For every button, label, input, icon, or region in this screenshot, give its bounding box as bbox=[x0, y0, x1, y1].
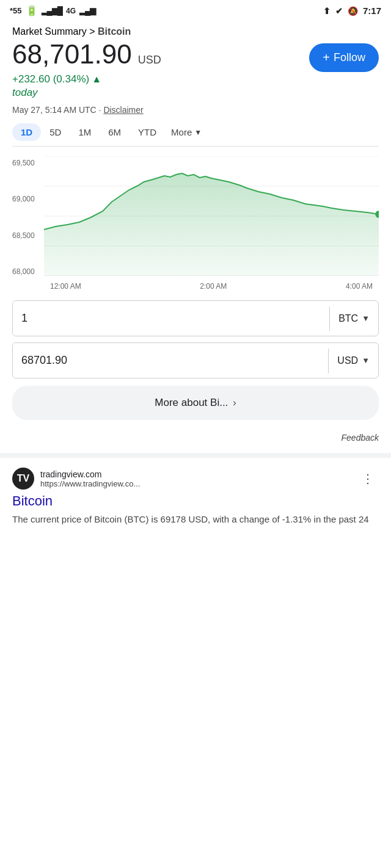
chart-x-labels: 12:00 AM 2:00 AM 4:00 AM bbox=[44, 282, 379, 291]
status-time: 7:17 bbox=[363, 5, 381, 16]
chart-y-label-4: 68,000 bbox=[12, 267, 35, 276]
result-snippet: The current price of Bitcoin (BTC) is 69… bbox=[12, 513, 379, 527]
plus-icon: + bbox=[323, 51, 330, 65]
btc-dropdown-icon: ▼ bbox=[362, 314, 370, 323]
converter-usd-selector[interactable]: USD ▼ bbox=[329, 344, 378, 377]
up-arrow-icon: ▲ bbox=[92, 74, 101, 85]
feedback-row: Feedback bbox=[12, 427, 379, 453]
chart-container: 69,500 69,000 68,500 68,000 bbox=[12, 156, 379, 291]
breadcrumb-parent[interactable]: Market Summary bbox=[12, 26, 87, 37]
chart-x-label-3: 4:00 AM bbox=[346, 282, 373, 291]
chart-x-label-2: 2:00 AM bbox=[200, 282, 227, 291]
status-right: ⬆ ✔ 🔕 7:17 bbox=[323, 5, 381, 16]
breadcrumb: Market Summary > Bitcoin bbox=[12, 26, 379, 37]
converter-row-usd: USD ▼ bbox=[12, 342, 379, 378]
chart-svg-area bbox=[44, 156, 379, 276]
result-source: TV tradingview.com https://www.tradingvi… bbox=[12, 468, 140, 490]
tab-5d[interactable]: 5D bbox=[41, 123, 70, 141]
usd-currency-label: USD bbox=[337, 355, 358, 366]
breadcrumb-current: Bitcoin bbox=[98, 26, 131, 37]
status-bar: *55 🔋 ▂▄▆█ 4G ▂▄▆ ⬆ ✔ 🔕 7:17 bbox=[0, 0, 391, 20]
price-main-row: 68,701.90 USD bbox=[12, 40, 161, 69]
timestamp-text: May 27, 5:14 AM UTC · bbox=[12, 105, 103, 115]
result-header: TV tradingview.com https://www.tradingvi… bbox=[12, 468, 379, 490]
more-label: More bbox=[171, 127, 192, 137]
breadcrumb-separator: > bbox=[89, 26, 98, 37]
source-domain[interactable]: tradingview.com bbox=[40, 469, 140, 479]
upload-icon: ⬆ bbox=[323, 6, 331, 16]
signal-bars-2: ▂▄▆ bbox=[79, 6, 95, 15]
converter-btc-input[interactable] bbox=[13, 301, 329, 336]
converter-btc-selector[interactable]: BTC ▼ bbox=[330, 302, 378, 335]
timestamp: May 27, 5:14 AM UTC · Disclaimer bbox=[12, 105, 379, 115]
time-tabs: 1D 5D 1M 6M YTD More ▼ bbox=[12, 123, 379, 146]
network-type: 4G bbox=[66, 7, 76, 15]
battery-icon: 🔋 bbox=[26, 5, 38, 16]
search-result: TV tradingview.com https://www.tradingvi… bbox=[0, 458, 391, 527]
chart-y-label-3: 68,500 bbox=[12, 231, 35, 240]
result-menu-button[interactable]: ⋮ bbox=[357, 469, 379, 488]
tab-1m[interactable]: 1M bbox=[70, 123, 100, 141]
tab-ytd[interactable]: YTD bbox=[130, 123, 165, 141]
chart-y-label-2: 69,000 bbox=[12, 195, 35, 203]
follow-button[interactable]: + Follow bbox=[309, 43, 379, 72]
converter-row-btc: BTC ▼ bbox=[12, 300, 379, 336]
check-icon: ✔ bbox=[335, 6, 343, 16]
chart-y-label-1: 69,500 bbox=[12, 159, 35, 167]
chart-x-label-1: 12:00 AM bbox=[50, 282, 81, 291]
change-value: +232.60 (0.34%) bbox=[12, 73, 89, 85]
chevron-right-icon: › bbox=[233, 397, 236, 408]
source-info: tradingview.com https://www.tradingview.… bbox=[40, 469, 140, 488]
bell-off-icon: 🔕 bbox=[348, 6, 358, 16]
signal-text: *55 bbox=[10, 6, 22, 15]
more-about-label: More about Bi... bbox=[155, 397, 228, 409]
tab-1d[interactable]: 1D bbox=[12, 123, 41, 141]
chart-y-labels: 69,500 69,000 68,500 68,000 bbox=[12, 156, 35, 291]
feedback-link[interactable]: Feedback bbox=[342, 433, 379, 443]
source-favicon: TV bbox=[12, 468, 34, 490]
price-change: +232.60 (0.34%) ▲ bbox=[12, 73, 379, 85]
main-content: Market Summary > Bitcoin 68,701.90 USD +… bbox=[0, 20, 391, 453]
price-currency: USD bbox=[138, 54, 161, 67]
price-value: 68,701.90 bbox=[12, 40, 132, 69]
price-row: 68,701.90 USD + Follow bbox=[12, 40, 379, 72]
source-url: https://www.tradingview.co... bbox=[40, 479, 140, 488]
signal-bars: ▂▄▆█ bbox=[42, 6, 62, 15]
tab-6m[interactable]: 6M bbox=[100, 123, 130, 141]
chevron-down-icon: ▼ bbox=[194, 128, 202, 137]
status-left: *55 🔋 ▂▄▆█ 4G ▂▄▆ bbox=[10, 5, 95, 16]
price-chart bbox=[44, 156, 379, 276]
more-about-button[interactable]: More about Bi... › bbox=[12, 386, 379, 420]
disclaimer-link[interactable]: Disclaimer bbox=[103, 105, 143, 115]
converter-usd-input[interactable] bbox=[13, 343, 328, 378]
section-divider bbox=[0, 453, 391, 458]
btc-currency-label: BTC bbox=[338, 313, 358, 324]
usd-dropdown-icon: ▼ bbox=[362, 356, 370, 365]
favicon-text: TV bbox=[17, 473, 29, 484]
price-block: 68,701.90 USD bbox=[12, 40, 161, 69]
follow-label: Follow bbox=[334, 51, 365, 64]
chart-fill-area bbox=[44, 173, 379, 276]
today-label: today bbox=[12, 87, 379, 99]
result-title[interactable]: Bitcoin bbox=[12, 493, 379, 509]
tab-more[interactable]: More ▼ bbox=[165, 123, 208, 141]
currency-converter: BTC ▼ USD ▼ bbox=[12, 300, 379, 378]
